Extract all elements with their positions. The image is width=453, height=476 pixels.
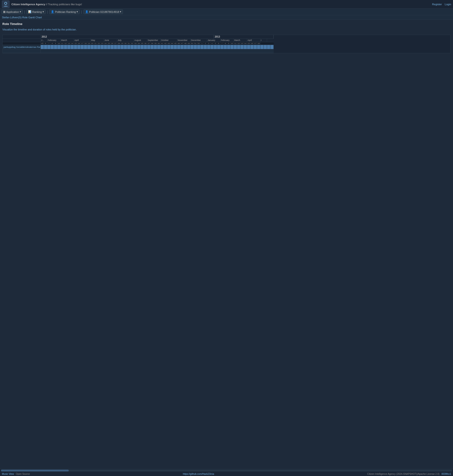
header: Citizen Intelligence Agency // Tracking … [0, 0, 453, 8]
logo-area: Citizen Intelligence Agency // Tracking … [2, 0, 82, 8]
gantt-chart[interactable]: 2012 2013 J... February March April May … [2, 35, 451, 53]
week-1: 1 [200, 42, 204, 45]
year-header: 2012 2013 [3, 35, 274, 39]
scrollbar-track[interactable] [1, 469, 452, 471]
week-6: 6 [44, 42, 47, 45]
week-37: 37 [147, 42, 150, 45]
gantt-cell-34 [154, 45, 157, 49]
week-7: 7 [47, 42, 51, 45]
month-r-2013: r [260, 39, 267, 42]
month-jan-2013: January [207, 39, 220, 42]
header-auth: Register Login [432, 3, 451, 6]
footer: Music View Open Source https://github.co… [0, 469, 453, 476]
gantt-cell-38 [167, 45, 170, 49]
month-dec: December [191, 39, 207, 42]
week-32: 32 [131, 42, 134, 45]
gantt-cell-63 [250, 45, 254, 49]
music-view-link[interactable]: Music View [2, 473, 14, 475]
week-27: 27 [114, 42, 117, 45]
week-28: 28 [117, 42, 120, 45]
gantt-cell-4 [54, 45, 57, 49]
gantt-cell-8 [67, 45, 71, 49]
week-42: 42 [164, 42, 167, 45]
dropdown-icon: ▾ [42, 10, 44, 13]
week-40: 40 [157, 42, 161, 45]
gantt-cell-46 [194, 45, 197, 49]
week-header: 45 6 7 8 9 10 11 12 13 14 15 16 17 18 19… [3, 42, 274, 45]
nav-separator: | [24, 10, 26, 14]
gantt-cell-33 [150, 45, 154, 49]
week-47: 47 [180, 42, 184, 45]
gantt-cell-31 [144, 45, 147, 49]
github-link[interactable]: https://github.com/Hack23/cia [183, 473, 214, 475]
week-49: 49 [187, 42, 191, 45]
gantt-cell-40 [174, 45, 177, 49]
week-8: 8 [51, 42, 54, 45]
nav-ranking[interactable]: 📊 Ranking ▾ [26, 9, 45, 14]
week-8b: 8 [224, 42, 227, 45]
week-22: 22 [97, 42, 101, 45]
week-16: 16 [77, 42, 81, 45]
gantt-cell-10 [74, 45, 77, 49]
register-link[interactable]: Register [432, 3, 442, 6]
gantt-cell-9 [71, 45, 74, 49]
week-17: 17 [81, 42, 84, 45]
month-header: J... February March April May June July … [3, 39, 274, 42]
gantt-cell-25 [124, 45, 127, 49]
scrollbar-container[interactable] [0, 469, 453, 472]
page-description: Visualize the timeline and duration of r… [2, 28, 451, 31]
version-link[interactable]: 0039fcc1 [441, 473, 451, 475]
gantt-cell-18 [101, 45, 104, 49]
week-38: 38 [150, 42, 154, 45]
gantt-cell-59 [237, 45, 241, 49]
month-mar: March [61, 39, 74, 42]
gantt-cell-1 [44, 45, 47, 49]
grid-icon: ▦ [3, 10, 6, 13]
gantt-row-partiuppdrag: partiuppdrag Socialdemokraternas Partile… [3, 45, 274, 49]
week-24: 24 [104, 42, 107, 45]
nav-politician-ranking[interactable]: 👤 Politician Ranking ▾ [49, 9, 79, 14]
main-content: Role Timeline Visualize the timeline and… [0, 20, 453, 56]
week-30: 30 [124, 42, 127, 45]
week-21: 21 [94, 42, 97, 45]
nav-separator-3: | [81, 10, 83, 14]
row-label-partiuppdrag: partiuppdrag Socialdemokraternas Partile… [3, 45, 41, 49]
gantt-bar-cells [41, 45, 274, 49]
gantt-cell-37 [164, 45, 167, 49]
footer-links: Music View Open Source https://github.co… [0, 472, 453, 476]
week-31: 31 [127, 42, 131, 45]
nav-politician[interactable]: 👤 Politician 0218878014918 ▾ [84, 9, 123, 14]
open-source-label: Open Source [16, 473, 30, 475]
nav-application[interactable]: ▦ Application ▾ [1, 9, 23, 14]
person-icon-2: 👤 [85, 10, 88, 13]
gantt-cell-57 [230, 45, 234, 49]
gantt-cell-49 [204, 45, 207, 49]
gantt-cell-21 [111, 45, 114, 49]
week-51: 51 [194, 42, 197, 45]
gantt-cell-68 [267, 45, 270, 49]
gantt-cell-36 [161, 45, 164, 49]
gantt-cell-62 [247, 45, 250, 49]
gantt-cell-43 [184, 45, 187, 49]
scrollbar-thumb[interactable] [1, 469, 69, 471]
month-jul: July [117, 39, 134, 42]
week-3: 3 [207, 42, 211, 45]
week-18: 18 [84, 42, 87, 45]
gantt-cell-44 [187, 45, 191, 49]
month-jan: J... [41, 39, 47, 42]
week-2: 2 [204, 42, 207, 45]
year-2012: 2012 [41, 35, 214, 39]
navbar: ▦ Application ▾ | 📊 Ranking ▾ | 👤 Politi… [0, 8, 453, 15]
gantt-cell-15 [91, 45, 94, 49]
gantt-cell-19 [104, 45, 107, 49]
week-11b: 11 [234, 42, 237, 45]
gantt-cell-69 [270, 45, 274, 49]
gantt-cell-64 [254, 45, 257, 49]
gantt-cell-24 [120, 45, 124, 49]
month-apr: April [74, 39, 91, 42]
week-45b: 45 [174, 42, 177, 45]
login-link[interactable]: Login [445, 3, 451, 6]
gantt-cell-20 [107, 45, 111, 49]
gantt-cell-54 [220, 45, 224, 49]
gantt-cell-17 [97, 45, 101, 49]
